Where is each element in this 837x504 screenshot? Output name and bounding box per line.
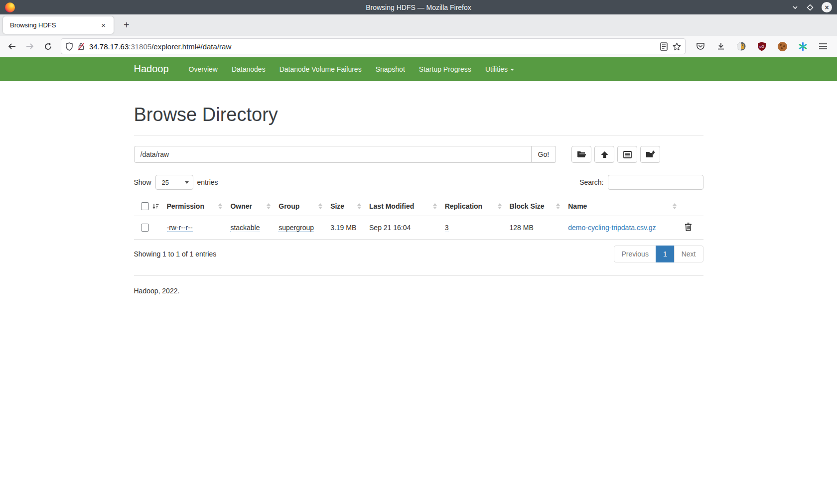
file-link[interactable]: demo-cycling-tripdata.csv.gz [568,224,656,232]
nav-item-datanode-volume-failures[interactable]: Datanode Volume Failures [273,57,369,81]
footer-divider [134,275,703,276]
cell-name: demo-cycling-tripdata.csv.gz [564,216,680,240]
create-directory-button[interactable] [640,146,660,163]
owner-value[interactable]: stackable [230,224,260,232]
sort-order-icon[interactable] [152,203,159,210]
back-icon[interactable] [4,39,20,54]
navbar-brand-hadoop[interactable]: Hadoop [134,63,169,75]
cell-permission: -rw-r--r-- [163,216,227,240]
sort-icon [498,203,502,209]
reload-icon[interactable] [40,39,56,54]
file-listing-table: Permission Owner Group Size Last Modifie… [134,197,703,240]
sort-icon [433,203,437,209]
path-form: Go! [134,146,703,163]
replication-value[interactable]: 3 [445,224,449,232]
nav-item-startup-progress[interactable]: Startup Progress [412,57,478,81]
nav-item-utilities[interactable]: Utilities [478,57,521,81]
search-control: Search: [579,175,703,190]
forward-icon[interactable] [22,39,38,54]
paste-clipboard-button[interactable] [617,146,637,163]
table-controls: Show 25 entries Search: [134,175,703,190]
reader-view-icon[interactable] [660,42,668,51]
delete-file-button[interactable] [685,223,692,231]
sort-icon [556,203,560,209]
os-titlebar: Browsing HDFS — Mozilla Firefox × [0,0,837,14]
browser-toolbar: 34.78.17.63:31805/explorer.html#/data/ra… [0,36,837,57]
url-port: :31805 [129,42,151,51]
downloads-icon[interactable] [713,39,729,54]
url-text[interactable]: 34.78.17.63:31805/explorer.html#/data/ra… [89,42,656,51]
menu-hamburger-icon[interactable] [815,39,831,54]
upload-file-button[interactable] [594,146,614,163]
search-input[interactable] [608,175,703,190]
row-checkbox[interactable] [141,224,149,232]
new-tab-button[interactable]: + [118,19,136,31]
svg-text:uO: uO [759,45,764,48]
url-bar[interactable]: 34.78.17.63:31805/explorer.html#/data/ra… [61,38,686,54]
directory-path-input[interactable] [134,146,532,163]
header-block-size-label: Block Size [510,202,545,210]
clipboard-list-icon [623,151,632,158]
privacy-extension-icon[interactable] [733,39,749,54]
cookie-extension-icon[interactable] [774,39,790,54]
urlbar-page-actions [660,42,681,51]
footer-text: Hadoop, 2022. [134,287,703,295]
cell-last-modified: Sep 21 16:04 [365,216,441,240]
header-size-label: Size [330,202,344,210]
table-row: -rw-r--r-- stackable supergroup 3.19 MB … [134,216,703,240]
page-length-select[interactable]: 25 [155,175,193,190]
nav-item-snapshot[interactable]: Snapshot [369,57,412,81]
header-group[interactable]: Group [275,197,326,216]
tracking-shield-icon[interactable] [65,42,73,51]
entries-summary: Showing 1 to 1 of 1 entries [134,250,217,258]
header-permission-label: Permission [167,202,204,210]
open-folder-button[interactable] [571,146,591,163]
tab-browsing-hdfs[interactable]: Browsing HDFS × [3,16,114,34]
minimize-icon[interactable] [792,4,799,11]
header-last-modified-label: Last Modified [369,202,414,210]
select-all-checkbox[interactable] [141,202,149,210]
pocket-icon[interactable] [693,39,708,54]
header-name[interactable]: Name [564,197,680,216]
header-permission[interactable]: Permission [163,197,227,216]
cell-block-size: 128 MB [506,216,564,240]
tab-close-icon[interactable]: × [98,20,109,30]
cell-size: 3.19 MB [326,216,365,240]
pagination-page-1[interactable]: 1 [656,246,675,262]
group-value[interactable]: supergroup [279,224,314,232]
path-input-group: Go! [134,146,557,163]
ublock-origin-icon[interactable]: uO [754,39,770,54]
insecure-lock-icon[interactable] [77,42,85,51]
go-button[interactable]: Go! [532,146,557,163]
browse-directory-page: Browse Directory Go! Show [134,104,703,295]
toolbar-extensions: uO [693,39,833,54]
nav-item-datanodes[interactable]: Datanodes [225,57,273,81]
cell-owner: stackable [226,216,275,240]
pagination-next[interactable]: Next [674,246,703,262]
urlbar-security-icons [65,42,85,51]
close-window-icon[interactable]: × [822,2,832,12]
table-header-row: Permission Owner Group Size Last Modifie… [134,197,703,216]
maximize-icon[interactable] [807,4,814,11]
header-actions [681,197,703,216]
colorful-extension-icon[interactable] [795,39,811,54]
header-last-modified[interactable]: Last Modified [365,197,441,216]
cell-select [134,216,163,240]
header-replication-label: Replication [445,202,482,210]
bookmark-star-icon[interactable] [673,42,681,51]
pagination-previous[interactable]: Previous [614,246,656,262]
header-size[interactable]: Size [326,197,365,216]
tab-title: Browsing HDFS [10,21,98,29]
header-owner[interactable]: Owner [226,197,275,216]
window-title: Browsing HDFS — Mozilla Firefox [0,3,837,11]
chevron-down-icon [510,69,514,71]
header-block-size[interactable]: Block Size [506,197,564,216]
permission-value[interactable]: -rw-r--r-- [167,224,193,232]
nav-item-utilities-label: Utilities [485,65,508,73]
header-replication[interactable]: Replication [441,197,506,216]
folder-new-icon [646,150,655,158]
table-footer: Showing 1 to 1 of 1 entries Previous 1 N… [134,246,703,262]
nav-item-overview[interactable]: Overview [182,57,225,81]
sort-icon [218,203,222,209]
tab-bar: Browsing HDFS × + [0,14,837,36]
